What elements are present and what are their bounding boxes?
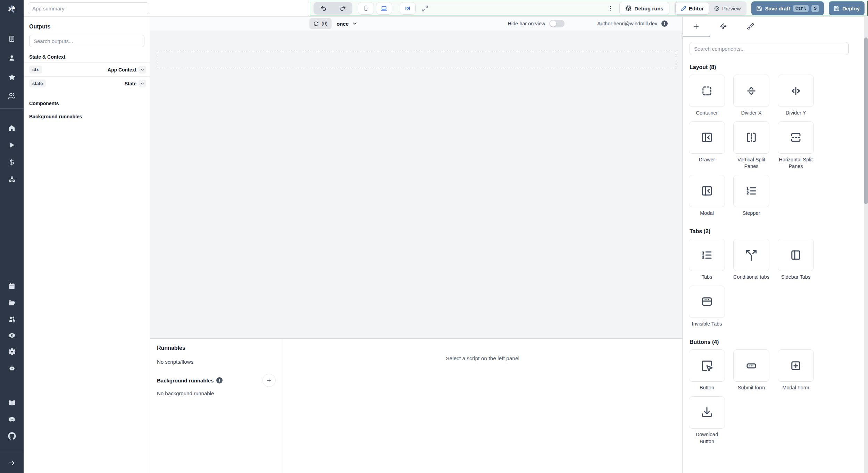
plus-icon	[266, 378, 272, 383]
empty-component-slot[interactable]	[158, 52, 676, 68]
plus-icon	[692, 23, 700, 30]
sidebar-item-groups[interactable]	[0, 92, 24, 101]
component-card-drawer[interactable]: Drawer	[689, 121, 725, 170]
sidebar-item-workspace[interactable]	[0, 34, 24, 43]
component-card-button[interactable]: Button	[689, 349, 725, 391]
sidebar-item-ai[interactable]	[0, 363, 24, 372]
sidebar-item-workers[interactable]	[0, 315, 24, 324]
component-card-divider-x[interactable]: Divider X	[733, 75, 769, 117]
component-card-modal[interactable]: Modal	[689, 175, 725, 217]
info-icon[interactable]	[216, 377, 223, 383]
select-script-hint: Select a script on the left panel	[283, 355, 682, 362]
sidebar-item-github[interactable]	[0, 431, 24, 440]
tabs-icon	[701, 249, 713, 261]
star-icon	[8, 73, 16, 81]
runnables-panel: Runnables No scripts/flows Background ru…	[150, 338, 682, 473]
component-card-conditional-tabs[interactable]: Conditional tabs	[733, 239, 769, 281]
dollar-icon	[8, 158, 16, 166]
component-card-invisible-tabs[interactable]: Invisible Tabs	[689, 286, 725, 328]
sidebar-item-schedules[interactable]	[0, 281, 24, 290]
output-row-state[interactable]: state State	[24, 76, 150, 90]
redo-button[interactable]	[333, 2, 352, 15]
expand-sidebar-button[interactable]	[0, 458, 24, 467]
component-card-download-button[interactable]: Download Button	[689, 396, 725, 445]
more-menu-button[interactable]	[606, 2, 615, 15]
search-components-input[interactable]	[690, 42, 849, 55]
expand-state-button[interactable]	[139, 80, 146, 87]
info-glyph	[663, 22, 666, 25]
panel-tabs	[683, 17, 864, 36]
header-actions: Debug runs Editor Preview	[606, 1, 865, 16]
output-key-badge: ctx	[29, 66, 42, 74]
horizontal-split-icon	[790, 131, 802, 144]
component-card-divider-y[interactable]: Divider Y	[778, 75, 814, 117]
scrollbar-track[interactable]	[864, 17, 868, 473]
windmill-logo-icon	[7, 4, 17, 14]
center-content-button[interactable]	[400, 2, 416, 15]
redo-icon	[340, 5, 346, 12]
rail-divider	[0, 450, 24, 450]
windmill-logo[interactable]	[0, 3, 24, 15]
top-toolbar: Debug runs Editor Preview	[24, 0, 868, 17]
vertical-split-icon	[745, 131, 758, 144]
sidebar-item-home[interactable]	[0, 124, 24, 133]
component-card-stepper[interactable]: Stepper	[733, 175, 769, 217]
component-card-vertical-split[interactable]: Vertical Split Panes	[733, 121, 769, 170]
sidebar-item-user[interactable]	[0, 53, 24, 62]
scrollbar-thumb[interactable]	[864, 37, 868, 204]
output-row-ctx[interactable]: ctx App Context	[24, 62, 150, 76]
fullscreen-button[interactable]	[418, 2, 432, 15]
component-card-sidebar-tabs[interactable]: Sidebar Tabs	[778, 239, 814, 281]
refresh-count-button[interactable]: (0)	[309, 18, 332, 29]
undo-redo-group	[314, 2, 352, 15]
desktop-view-button[interactable]	[376, 2, 392, 15]
debug-runs-label: Debug runs	[634, 6, 663, 11]
hide-bar-toggle[interactable]	[549, 20, 565, 27]
deploy-button[interactable]: Deploy	[829, 1, 865, 15]
save-draft-button[interactable]: Save draft Ctrl S	[751, 1, 824, 15]
toggle-knob	[550, 20, 556, 27]
sidebar-item-folders[interactable]	[0, 298, 24, 307]
component-card-modal-form[interactable]: Modal Form	[778, 349, 814, 391]
section-title-layout: Layout (8)	[690, 64, 864, 70]
sidebar-item-variables[interactable]	[0, 158, 24, 167]
state-context-title: State & Context	[24, 47, 150, 62]
submit-form-icon	[745, 360, 758, 372]
sidebar-item-favorites[interactable]	[0, 73, 24, 82]
debug-runs-button[interactable]: Debug runs	[619, 2, 669, 15]
refresh-count: (0)	[322, 21, 327, 26]
app-summary-input[interactable]	[28, 2, 149, 14]
info-icon[interactable]	[661, 20, 668, 27]
canvas-toolbar: (0) once Hide bar on view Author henri@w…	[150, 17, 682, 31]
background-runnables-title: Background runnables	[24, 109, 150, 122]
mobile-view-button[interactable]	[358, 2, 374, 15]
tab-insert-component[interactable]	[683, 17, 710, 36]
sidebar-item-runs[interactable]	[0, 141, 24, 150]
smartphone-icon	[363, 5, 369, 11]
component-card-container[interactable]: Container	[689, 75, 725, 117]
output-type-label: State	[125, 81, 136, 86]
outputs-title: Outputs	[24, 17, 150, 30]
component-card-tabs[interactable]: Tabs	[689, 239, 725, 281]
component-card-horizontal-split[interactable]: Horizontal Split Panes	[778, 121, 814, 170]
runnables-title: Runnables	[157, 345, 276, 351]
add-background-runnable-button[interactable]	[262, 374, 276, 387]
search-outputs-input[interactable]	[29, 35, 144, 47]
sidebar-item-resources[interactable]	[0, 175, 24, 184]
refresh-mode-dropdown[interactable]: once	[336, 21, 358, 27]
sidebar-item-discord[interactable]	[0, 415, 24, 424]
tab-preview[interactable]: Preview	[709, 2, 745, 15]
tab-component-settings[interactable]	[710, 17, 737, 36]
section-title-tabs: Tabs (2)	[690, 228, 864, 235]
sidebar-item-settings[interactable]	[0, 347, 24, 356]
undo-button[interactable]	[314, 2, 333, 15]
canvas-grid-area[interactable]	[150, 31, 682, 338]
tab-editor[interactable]: Editor	[675, 2, 709, 15]
expand-ctx-button[interactable]	[139, 66, 146, 74]
tab-styling[interactable]	[737, 17, 764, 36]
component-card-submit-form[interactable]: Submit form	[733, 349, 769, 391]
sidebar-item-docs[interactable]	[0, 398, 24, 407]
download-icon	[701, 406, 713, 419]
app-canvas: (0) once Hide bar on view Author henri@w…	[150, 17, 682, 473]
sidebar-item-audit-logs[interactable]	[0, 331, 24, 340]
